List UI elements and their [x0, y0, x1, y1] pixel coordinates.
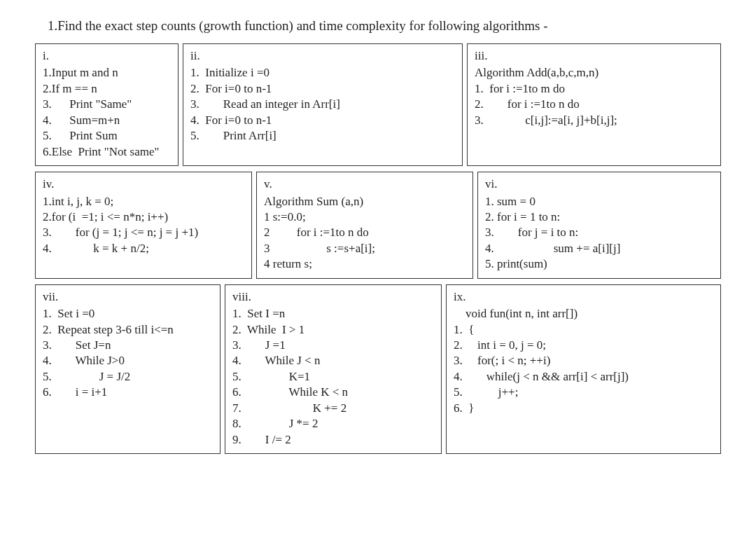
- box-vii-code: 1. Set i =0 2. Repeat step 3-6 till i<=n…: [43, 306, 213, 401]
- box-ix: ix. void fun(int n, int arr[]) 1. { 2. i…: [446, 284, 721, 454]
- box-iii-code: Algorithm Add(a,b,c,m,n) 1. for i :=1to …: [475, 65, 713, 128]
- box-viii: viii. 1. Set I =n 2. While I > 1 3. J =1…: [225, 284, 442, 454]
- box-ii: ii. 1. Initialize i =0 2. For i=0 to n-1…: [183, 43, 463, 166]
- box-vii-label: vii.: [43, 289, 213, 305]
- box-i: i. 1.Input m and n 2.If m == n 3. Print …: [35, 43, 178, 166]
- box-viii-code: 1. Set I =n 2. While I > 1 3. J =1 4. Wh…: [232, 306, 434, 448]
- box-v: v. Algorithm Sum (a,n) 1 s:=0.0; 2 for i…: [256, 172, 473, 279]
- box-i-code: 1.Input m and n 2.If m == n 3. Print "Sa…: [43, 65, 171, 160]
- box-ix-label: ix.: [454, 289, 713, 305]
- box-iii-label: iii.: [475, 48, 713, 64]
- box-ix-code: void fun(int n, int arr[]) 1. { 2. int i…: [454, 306, 713, 416]
- row-1: i. 1.Input m and n 2.If m == n 3. Print …: [35, 43, 721, 166]
- box-vi: vi. 1. sum = 0 2. for i = 1 to n: 3. for…: [477, 172, 721, 279]
- box-viii-label: viii.: [232, 289, 434, 305]
- box-iv: iv. 1.int i, j, k = 0; 2.for (i =1; i <=…: [35, 172, 252, 279]
- box-v-code: Algorithm Sum (a,n) 1 s:=0.0; 2 for i :=…: [264, 194, 465, 273]
- box-iv-label: iv.: [43, 177, 244, 192]
- row-3: vii. 1. Set i =0 2. Repeat step 3-6 till…: [35, 284, 721, 454]
- box-vii: vii. 1. Set i =0 2. Repeat step 3-6 till…: [35, 284, 220, 454]
- box-vi-label: vi.: [485, 177, 713, 192]
- row-2: iv. 1.int i, j, k = 0; 2.for (i =1; i <=…: [35, 172, 721, 279]
- box-iv-code: 1.int i, j, k = 0; 2.for (i =1; i <= n*n…: [43, 194, 244, 257]
- page-title: 1.Find the exact step counts (growth fun…: [48, 18, 721, 34]
- box-vi-code: 1. sum = 0 2. for i = 1 to n: 3. for j =…: [485, 194, 713, 273]
- box-ii-label: ii.: [190, 48, 455, 64]
- box-v-label: v.: [264, 177, 465, 192]
- box-i-label: i.: [43, 48, 171, 64]
- box-iii: iii. Algorithm Add(a,b,c,m,n) 1. for i :…: [467, 43, 721, 166]
- box-ii-code: 1. Initialize i =0 2. For i=0 to n-1 3. …: [190, 65, 455, 144]
